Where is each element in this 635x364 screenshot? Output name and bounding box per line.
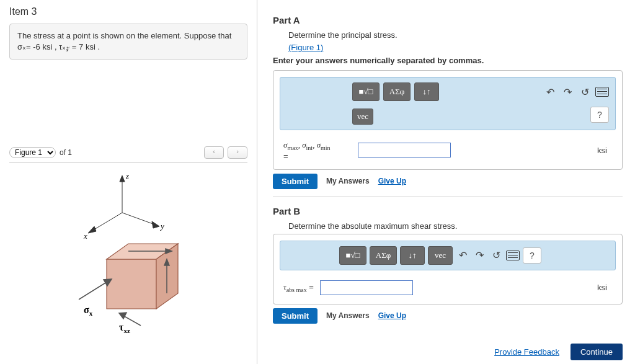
svg-marker-3 [88,226,96,233]
continue-button[interactable]: Continue [571,344,623,360]
arrows-button-b[interactable]: ↓↑ [400,246,425,265]
axis-z-label: z [125,171,129,180]
keyboard-icon[interactable] [595,85,609,99]
axis-y-label: y [159,221,164,231]
svg-marker-6 [107,259,156,309]
sigma-x-label: σx [84,304,93,317]
svg-marker-16 [119,313,127,319]
part-a-instruction: Enter your answers numerically separated… [273,56,623,65]
redo-button-b[interactable]: ↷ [473,249,486,262]
part-a-submit-button[interactable]: Submit [273,174,318,189]
axis-x-label: x [83,231,87,241]
part-b-title: Part B [273,206,623,216]
svg-line-13 [79,281,109,300]
part-a-my-answers[interactable]: My Answers [326,177,370,185]
figure-drawing: z x y [35,169,221,343]
svg-marker-1 [120,175,125,182]
vec-button-b[interactable]: vec [428,246,453,265]
figure-prev-button[interactable]: ‹ [204,146,224,159]
part-b-variable: τabs max = [283,282,314,293]
vec-button[interactable]: vec [352,109,373,125]
part-b-panel: ■√□ ΑΣφ ↓↑ vec ↶ ↷ ↺ ? τabs max = ksi [273,234,623,304]
keyboard-icon-b[interactable] [506,249,520,262]
provide-feedback-link[interactable]: Provide Feedback [494,347,559,357]
figure-link[interactable]: (Figure 1) [288,43,323,52]
part-b-giveup[interactable]: Give Up [378,311,406,320]
part-b-my-answers[interactable]: My Answers [326,311,370,320]
help-button[interactable]: ? [590,107,609,123]
figure-nav: Figure 1 of 1 ‹ › [9,146,247,159]
part-b-unit: ksi [597,283,612,292]
redo-button[interactable]: ↷ [561,85,574,99]
reset-button[interactable]: ↺ [578,85,592,99]
figure-next-button[interactable]: › [228,146,247,159]
template-button[interactable]: ■√□ [352,82,380,101]
part-b-submit-button[interactable]: Submit [273,308,318,324]
greek-button-b[interactable]: ΑΣφ [370,246,397,265]
part-a-title: Part A [273,15,623,25]
part-a-unit: ksi [597,146,612,155]
part-a-toolbar: ■√□ ΑΣφ ↓↑ ↶ ↷ ↺ vec ? [280,77,616,130]
item-title: Item 3 [9,6,247,17]
part-b-toolbar: ■√□ ΑΣφ ↓↑ vec ↶ ↷ ↺ ? [280,241,616,270]
arrows-button[interactable]: ↓↑ [414,82,439,101]
undo-button-b[interactable]: ↶ [456,249,469,262]
template-button-b[interactable]: ■√□ [339,246,366,265]
part-a-input[interactable] [358,143,451,158]
figure-of-label: of 1 [60,148,72,157]
reset-button-b[interactable]: ↺ [489,249,503,262]
part-a-variable: σmax, σint, σmin = [283,140,352,161]
figure-box: z x y [9,162,247,355]
undo-button[interactable]: ↶ [543,85,557,99]
tau-xz-label: τxz [119,322,130,334]
part-a-panel: ■√□ ΑΣφ ↓↑ ↶ ↷ ↺ vec ? σma [273,70,623,170]
problem-statement: The stress at a point is shown on the el… [9,24,247,60]
svg-line-4 [122,213,156,225]
part-a-prompt: Determine the principal stress. [288,30,623,40]
part-a-giveup[interactable]: Give Up [378,177,406,185]
greek-button[interactable]: ΑΣφ [383,82,411,101]
figure-select[interactable]: Figure 1 [9,147,56,158]
svg-marker-5 [152,221,159,228]
svg-line-2 [91,213,122,231]
part-b-input[interactable] [320,280,413,295]
part-b-prompt: Determine the absolute maximum shear str… [288,221,623,231]
help-button-b[interactable]: ? [523,247,541,264]
